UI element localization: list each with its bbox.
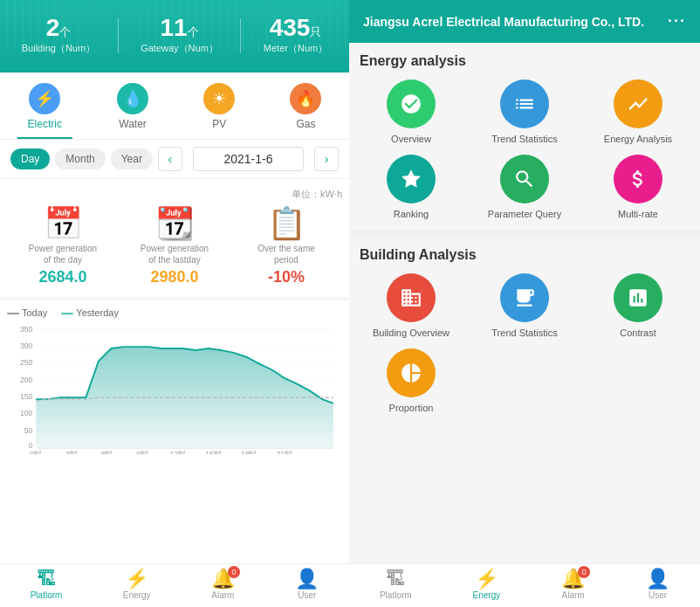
left-header: 2个 Building（Num） 11个 Gateway（Num） 435只 M…	[0, 0, 349, 72]
gas-label: Gas	[296, 118, 315, 130]
alarm-icon: 🔔 0	[211, 569, 235, 589]
trend-stats-icon-1	[500, 79, 549, 128]
right-nav-platform[interactable]: 🏗 Platlorm	[380, 569, 412, 600]
right-nav-alarm[interactable]: 🔔 0 Alarm	[561, 569, 585, 600]
svg-text:6时: 6时	[101, 450, 113, 454]
building-overview-icon	[387, 273, 436, 322]
proportion-item[interactable]: Proportion	[360, 348, 463, 413]
stat-divider-1	[118, 18, 119, 53]
power-card-today: 📅 Power generationof the day 2684.0	[7, 204, 119, 290]
pv-icon: ☀	[203, 83, 235, 114]
energy-analysis-grid: Overview Trend Statistics Energy Analysi…	[360, 79, 690, 219]
trend-stats-item-2[interactable]: Trend Statistics	[473, 273, 576, 338]
building-analysis-title: Building Analysis	[360, 247, 690, 263]
svg-text:0时: 0时	[30, 450, 42, 454]
month-button[interactable]: Month	[55, 148, 105, 169]
right-bottom-nav: 🏗 Platlorm ⚡ Energy 🔔 0 Alarm 👤 User	[349, 563, 700, 607]
stats-row: 2个 Building（Num） 11个 Gateway（Num） 435只 M…	[10, 16, 339, 55]
multirate-label: Multi-rate	[618, 209, 658, 219]
power-stats: 单位：kW·h 📅 Power generationof the day 268…	[0, 179, 349, 297]
water-label: Water	[119, 118, 147, 130]
overview-icon	[387, 79, 436, 128]
svg-text:200: 200	[20, 376, 33, 384]
ranking-item[interactable]: Ranking	[360, 155, 463, 219]
contrast-item[interactable]: Contrast	[587, 273, 690, 338]
ranking-label: Ranking	[394, 209, 429, 219]
ranking-icon	[387, 155, 436, 203]
meter-label: Meter（Num）	[264, 42, 327, 55]
platform-icon: 🏗	[37, 569, 56, 589]
period-label: Over the sameperiod	[234, 243, 339, 266]
contrast-label: Contrast	[620, 328, 656, 338]
right-nav-energy[interactable]: ⚡ Energy	[473, 569, 501, 600]
proportion-icon	[387, 348, 436, 397]
multirate-item[interactable]: Multi-rate	[587, 155, 690, 219]
company-title: Jiangsu Acrel Electrical Manufacturing C…	[363, 15, 644, 29]
left-nav-platform[interactable]: 🏗 Platlorm	[31, 569, 63, 600]
energy-analysis-item[interactable]: Energy Analysis	[587, 79, 690, 144]
day-button[interactable]: Day	[10, 148, 50, 169]
svg-text:350: 350	[20, 325, 33, 334]
parameter-query-icon	[500, 155, 549, 203]
energy-analysis-icon	[614, 79, 662, 128]
energy-analysis-title: Energy analysis	[360, 53, 690, 69]
chart-container: 350 300 250 200 150 100 50 0	[7, 323, 342, 454]
energy-label: Energy	[123, 590, 151, 600]
building-overview-item[interactable]: Building Overview	[360, 273, 463, 338]
power-cards: 📅 Power generationof the day 2684.0 📆 Po…	[7, 204, 342, 290]
prev-date-arrow[interactable]: ‹	[158, 147, 182, 171]
building-stat: 2个 Building（Num）	[22, 16, 95, 55]
right-panel: Jiangsu Acrel Electrical Manufacturing C…	[349, 0, 700, 607]
building-analysis-grid: Building Overview Trend Statistics Contr…	[360, 273, 690, 413]
svg-text:300: 300	[20, 341, 33, 350]
chart-area: Today Yesterday 350 300 250 200 150 100 …	[0, 300, 349, 563]
legend-yesterday: Yesterday	[61, 307, 119, 318]
tab-water[interactable]: 💧 Water	[106, 79, 159, 139]
year-button[interactable]: Year	[111, 148, 153, 169]
tab-gas[interactable]: 🔥 Gas	[279, 79, 332, 139]
proportion-label: Proportion	[389, 403, 434, 413]
unit-label: 单位：kW·h	[7, 188, 342, 201]
contrast-icon	[614, 273, 662, 322]
left-nav-user[interactable]: 👤 User	[295, 569, 319, 600]
svg-text:250: 250	[20, 358, 33, 367]
trend-stats-label-1: Trend Statistics	[491, 134, 557, 144]
user-icon: 👤	[295, 569, 319, 589]
today-label: Power generationof the day	[10, 243, 115, 266]
svg-text:15时: 15时	[205, 450, 222, 454]
header-dots[interactable]: ···	[668, 12, 686, 31]
next-date-arrow[interactable]: ›	[314, 147, 339, 171]
right-header: Jiangsu Acrel Electrical Manufacturing C…	[349, 0, 700, 43]
right-platform-label: Platlorm	[380, 590, 412, 600]
right-nav-user[interactable]: 👤 User	[646, 569, 669, 600]
section-divider	[349, 230, 700, 237]
meter-stat: 435只 Meter（Num）	[264, 16, 327, 55]
trend-stats-icon-2	[500, 273, 549, 322]
stat-divider-2	[240, 18, 241, 53]
gateway-label: Gateway（Num）	[141, 42, 218, 55]
tab-pv[interactable]: ☀ PV	[193, 79, 245, 139]
parameter-query-item[interactable]: Parameter Query	[473, 155, 576, 219]
left-nav-alarm[interactable]: 🔔 0 Alarm	[211, 569, 235, 600]
lastday-label: Power generationof the lastday	[122, 243, 227, 266]
svg-text:21时: 21时	[276, 450, 292, 454]
date-display: 2021-1-6	[193, 147, 304, 171]
overview-item[interactable]: Overview	[360, 79, 463, 144]
power-card-lastday: 📆 Power generationof the lastday 2980.0	[119, 204, 230, 290]
alarm-label: Alarm	[211, 590, 234, 600]
parameter-query-label: Parameter Query	[488, 209, 561, 219]
trend-stats-item-1[interactable]: Trend Statistics	[473, 79, 576, 144]
energy-tabs: ⚡ Electric 💧 Water ☀ PV 🔥 Gas	[0, 72, 349, 140]
svg-text:100: 100	[20, 409, 33, 417]
period-icon: 📋	[234, 208, 339, 239]
right-content: Energy analysis Overview Trend Statistic…	[349, 43, 700, 563]
svg-text:3时: 3时	[65, 450, 78, 454]
right-platform-icon: 🏗	[386, 569, 405, 589]
today-value: 2684.0	[10, 268, 115, 286]
chart-svg: 350 300 250 200 150 100 50 0	[7, 323, 342, 454]
tab-electric[interactable]: ⚡ Electric	[17, 79, 72, 139]
svg-text:12时: 12时	[170, 450, 187, 454]
left-nav-energy[interactable]: ⚡ Energy	[123, 569, 151, 600]
svg-text:9时: 9时	[136, 450, 148, 454]
right-user-icon: 👤	[646, 569, 669, 589]
